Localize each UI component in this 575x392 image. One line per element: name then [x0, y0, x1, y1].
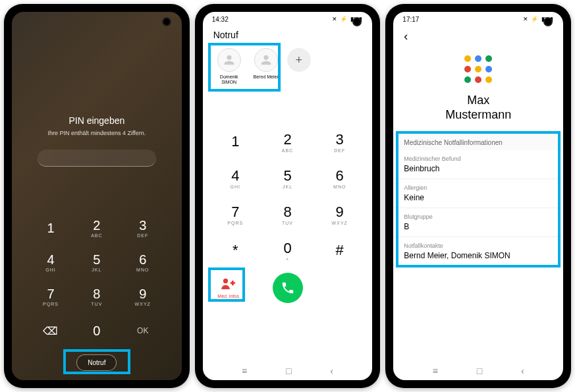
key-6[interactable]: 6MNO	[120, 245, 166, 279]
profile-header: Max Mustermann	[393, 46, 563, 132]
key-0[interactable]: 0	[74, 314, 120, 348]
nav-recent-icon[interactable]: ≡	[433, 366, 438, 376]
profile-name: Max Mustermann	[445, 94, 511, 122]
status-bar: 14:32 ✕ ⚡ ◧ ▮	[203, 12, 373, 24]
emergency-contact-1[interactable]: Domenik SIMON	[213, 48, 245, 86]
back-button[interactable]: ‹	[404, 30, 408, 43]
add-contact-button[interactable]: +	[287, 48, 311, 72]
key-8[interactable]: 8TUV	[74, 279, 120, 314]
nav-back-icon[interactable]: ‹	[330, 366, 333, 376]
status-bar: 17:17 ✕ ⚡ ◧ ▮	[393, 12, 563, 24]
camera-hole	[162, 17, 171, 26]
key-ok[interactable]: OK	[120, 314, 166, 348]
phone-dialer: 14:32 ✕ ⚡ ◧ ▮ Notruf Domenik SIMON Bernd…	[195, 4, 381, 388]
status-time: 14:32	[212, 16, 229, 23]
page-title: Notruf	[203, 24, 373, 44]
dial-6[interactable]: 6MNO	[314, 160, 366, 196]
dial-7[interactable]: 7PQRS	[209, 196, 261, 233]
key-4[interactable]: 4GHI	[28, 245, 74, 279]
phone-lockscreen: PIN eingeben Ihre PIN enthält mindestens…	[4, 4, 190, 388]
dial-9[interactable]: 9WXYZ	[314, 196, 366, 233]
dial-hash[interactable]: #	[314, 233, 366, 269]
pin-title: PIN eingeben	[68, 115, 124, 126]
key-9[interactable]: 9WXYZ	[120, 279, 166, 314]
med-field-allergies[interactable]: Allergien Keine	[393, 179, 563, 208]
svg-point-0	[223, 279, 228, 283]
status-time: 17:17	[402, 16, 419, 23]
key-5[interactable]: 5JKL	[74, 245, 120, 279]
emergency-call-button[interactable]: Notruf	[76, 354, 117, 371]
nav-home-icon[interactable]: □	[286, 366, 291, 376]
nav-recent-icon[interactable]: ≡	[242, 366, 247, 376]
svg-rect-2	[232, 281, 234, 285]
phone-med-info: 17:17 ✕ ⚡ ◧ ▮ ‹ Max Mustermann Medizinis…	[385, 4, 571, 388]
med-field-bloodtype[interactable]: Blutgruppe B	[393, 208, 563, 237]
dial-0[interactable]: 0+	[261, 233, 314, 269]
call-button[interactable]	[273, 273, 303, 303]
number-display	[203, 92, 373, 124]
profile-avatar-icon	[460, 51, 496, 87]
med-info-icon	[221, 277, 236, 293]
med-field-contacts[interactable]: Notfallkontakte Bernd Meier, Domenik SIM…	[393, 237, 563, 266]
nav-back-icon[interactable]: ‹	[521, 366, 524, 376]
avatar-icon	[254, 48, 278, 72]
dial-star[interactable]: *	[209, 233, 261, 269]
nav-bar: ≡ □ ‹	[393, 362, 563, 380]
avatar-icon	[217, 48, 241, 72]
key-3[interactable]: 3DEF	[120, 211, 166, 245]
nav-bar: ≡ □ ‹	[203, 362, 373, 380]
emergency-contact-2[interactable]: Bernd Meier	[250, 48, 282, 80]
pin-input[interactable]	[38, 150, 156, 167]
nav-home-icon[interactable]: □	[477, 366, 482, 376]
dial-2[interactable]: 2ABC	[261, 124, 314, 160]
pin-subtitle: Ihre PIN enthält mindestens 4 Ziffern.	[47, 130, 146, 136]
dial-5[interactable]: 5JKL	[261, 160, 314, 196]
lock-keypad: 1 2ABC 3DEF 4GHI 5JKL 6MNO 7PQRS 8TUV 9W…	[12, 204, 182, 350]
dial-keypad: 1 2ABC 3DEF 4GHI 5JKL 6MNO 7PQRS 8TUV 9W…	[203, 124, 373, 269]
key-7[interactable]: 7PQRS	[28, 279, 74, 314]
key-1[interactable]: 1	[28, 211, 74, 245]
section-header: Medizinische Notfallinformationen	[393, 132, 563, 150]
camera-hole	[543, 17, 553, 26]
dial-8[interactable]: 8TUV	[261, 196, 314, 233]
dial-1[interactable]: 1	[209, 124, 261, 160]
med-info-button[interactable]: Med. Infos	[213, 277, 244, 298]
backspace-icon: ⌫	[43, 325, 58, 337]
dial-4[interactable]: 4GHI	[209, 160, 261, 196]
key-backspace[interactable]: ⌫	[28, 314, 74, 348]
key-2[interactable]: 2ABC	[74, 211, 120, 245]
dial-3[interactable]: 3DEF	[314, 124, 366, 160]
med-field-condition[interactable]: Medizinischer Befund Beinbruch	[393, 150, 563, 179]
